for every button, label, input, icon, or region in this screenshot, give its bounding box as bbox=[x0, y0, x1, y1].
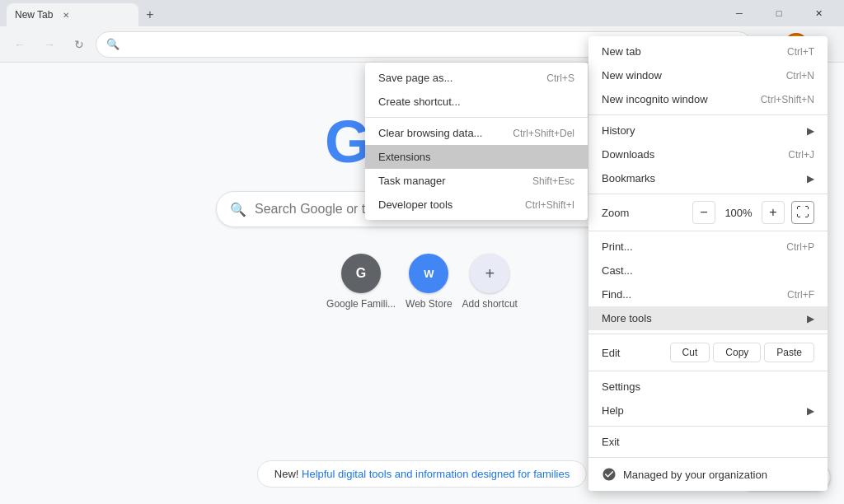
new-window-item[interactable]: New window Ctrl+N bbox=[588, 63, 828, 87]
google-family-icon: G bbox=[341, 254, 381, 293]
divider-3 bbox=[588, 231, 828, 231]
divider-2 bbox=[588, 194, 828, 194]
search-bar-icon: 🔍 bbox=[230, 202, 246, 217]
quick-link-web-store[interactable]: W Web Store bbox=[406, 254, 452, 310]
back-button[interactable]: ← bbox=[7, 31, 33, 58]
developer-tools-label: Developer tools bbox=[378, 198, 518, 211]
quick-link-add-shortcut[interactable]: + Add shortcut bbox=[462, 254, 518, 310]
zoom-control: Zoom − 100% + ⛶ bbox=[588, 198, 828, 227]
family-new-label: New! bbox=[274, 468, 299, 480]
exit-item[interactable]: Exit bbox=[588, 430, 828, 454]
quick-link-google-family[interactable]: G Google Famili... bbox=[326, 254, 396, 310]
create-shortcut-label: Create shortcut... bbox=[378, 96, 574, 108]
cast-label: Cast... bbox=[602, 264, 814, 277]
new-incognito-label: New incognito window bbox=[602, 93, 754, 105]
clear-browsing-item[interactable]: Clear browsing data... Ctrl+Shift+Del bbox=[365, 121, 588, 145]
task-manager-item[interactable]: Task manager Shift+Esc bbox=[365, 169, 588, 193]
edit-row: Edit Cut Copy Paste bbox=[588, 338, 828, 367]
print-shortcut: Ctrl+P bbox=[786, 241, 814, 253]
managed-row: Managed by your organization bbox=[588, 461, 828, 488]
zoom-in-button[interactable]: + bbox=[762, 201, 785, 224]
bookmarks-label: Bookmarks bbox=[602, 172, 807, 184]
task-manager-shortcut: Shift+Esc bbox=[532, 175, 574, 187]
help-arrow: ▶ bbox=[807, 405, 814, 417]
downloads-item[interactable]: Downloads Ctrl+J bbox=[588, 142, 828, 166]
extensions-item[interactable]: Extensions bbox=[365, 145, 588, 169]
settings-label: Settings bbox=[602, 380, 814, 393]
tab-close-button[interactable]: ✕ bbox=[59, 8, 73, 21]
fullscreen-button[interactable]: ⛶ bbox=[791, 201, 814, 224]
more-tools-item[interactable]: More tools ▶ bbox=[588, 306, 828, 330]
close-button[interactable]: ✕ bbox=[799, 0, 837, 26]
active-tab[interactable]: New Tab ✕ bbox=[7, 3, 138, 26]
developer-tools-item[interactable]: Developer tools Ctrl+Shift+I bbox=[365, 193, 588, 217]
add-shortcut-icon: + bbox=[470, 254, 509, 293]
managed-icon bbox=[602, 467, 617, 482]
save-page-label: Save page as... bbox=[378, 72, 540, 84]
help-item[interactable]: Help ▶ bbox=[588, 399, 828, 422]
cast-item[interactable]: Cast... bbox=[588, 259, 828, 282]
minimize-button[interactable]: ─ bbox=[720, 0, 758, 26]
clear-browsing-label: Clear browsing data... bbox=[378, 127, 506, 139]
divider-5 bbox=[588, 371, 828, 371]
more-tools-label: More tools bbox=[602, 312, 807, 324]
new-window-label: New window bbox=[602, 69, 780, 82]
history-arrow: ▶ bbox=[807, 125, 814, 137]
cut-button[interactable]: Cut bbox=[670, 343, 710, 362]
copy-button[interactable]: Copy bbox=[713, 343, 761, 362]
family-notification-bar: New! Helpful digital tools and informati… bbox=[257, 460, 587, 488]
downloads-label: Downloads bbox=[602, 148, 781, 161]
downloads-shortcut: Ctrl+J bbox=[788, 149, 814, 161]
web-store-label: Web Store bbox=[406, 298, 452, 310]
divider-4 bbox=[588, 334, 828, 334]
more-tools-arrow: ▶ bbox=[807, 313, 814, 324]
maximize-button[interactable]: □ bbox=[760, 0, 798, 26]
save-page-item[interactable]: Save page as... Ctrl+S bbox=[365, 66, 588, 90]
divider-1 bbox=[588, 114, 828, 115]
find-label: Find... bbox=[602, 288, 781, 301]
find-shortcut: Ctrl+F bbox=[787, 289, 814, 301]
tab-label: New Tab bbox=[15, 9, 53, 21]
refresh-button[interactable]: ↻ bbox=[66, 31, 92, 58]
tab-area: New Tab ✕ + bbox=[7, 0, 162, 26]
zoom-out-button[interactable]: − bbox=[692, 201, 715, 224]
history-item[interactable]: History ▶ bbox=[588, 119, 828, 142]
divider-7 bbox=[588, 457, 828, 458]
bookmarks-item[interactable]: Bookmarks ▶ bbox=[588, 166, 828, 190]
edit-label: Edit bbox=[602, 347, 667, 359]
new-incognito-shortcut: Ctrl+Shift+N bbox=[761, 94, 814, 105]
managed-label: Managed by your organization bbox=[623, 469, 767, 481]
search-icon: 🔍 bbox=[106, 38, 120, 50]
extensions-label: Extensions bbox=[378, 151, 574, 163]
new-tab-shortcut: Ctrl+T bbox=[787, 46, 814, 58]
window-controls: ─ □ ✕ bbox=[720, 0, 837, 26]
new-tab-button[interactable]: + bbox=[138, 3, 162, 26]
logo-G: G bbox=[325, 109, 369, 175]
clear-browsing-shortcut: Ctrl+Shift+Del bbox=[513, 128, 574, 139]
create-shortcut-item[interactable]: Create shortcut... bbox=[365, 90, 588, 114]
print-label: Print... bbox=[602, 240, 780, 253]
task-manager-label: Task manager bbox=[378, 175, 526, 187]
find-item[interactable]: Find... Ctrl+F bbox=[588, 282, 828, 306]
forward-button[interactable]: → bbox=[36, 31, 63, 58]
new-tab-label: New tab bbox=[602, 45, 781, 58]
quick-links: G Google Famili... W Web Store + Add sho… bbox=[326, 254, 518, 310]
main-context-menu: New tab Ctrl+T New window Ctrl+N New inc… bbox=[588, 36, 828, 491]
title-bar: New Tab ✕ + ─ □ ✕ bbox=[0, 0, 844, 26]
paste-button[interactable]: Paste bbox=[764, 343, 814, 362]
zoom-label: Zoom bbox=[602, 207, 686, 219]
new-incognito-item[interactable]: New incognito window Ctrl+Shift+N bbox=[588, 87, 828, 111]
print-item[interactable]: Print... Ctrl+P bbox=[588, 235, 828, 259]
bookmarks-arrow: ▶ bbox=[807, 173, 814, 184]
family-text: Helpful digital tools and information de… bbox=[298, 468, 570, 480]
settings-item[interactable]: Settings bbox=[588, 375, 828, 399]
add-shortcut-label: Add shortcut bbox=[462, 298, 518, 310]
new-tab-item[interactable]: New tab Ctrl+T bbox=[588, 40, 828, 63]
more-tools-submenu: Save page as... Ctrl+S Create shortcut..… bbox=[365, 63, 588, 220]
web-store-icon: W bbox=[409, 254, 448, 293]
developer-tools-shortcut: Ctrl+Shift+I bbox=[525, 199, 574, 211]
divider-6 bbox=[588, 426, 828, 427]
exit-label: Exit bbox=[602, 436, 814, 448]
submenu-divider-1 bbox=[365, 117, 588, 118]
history-label: History bbox=[602, 124, 807, 137]
